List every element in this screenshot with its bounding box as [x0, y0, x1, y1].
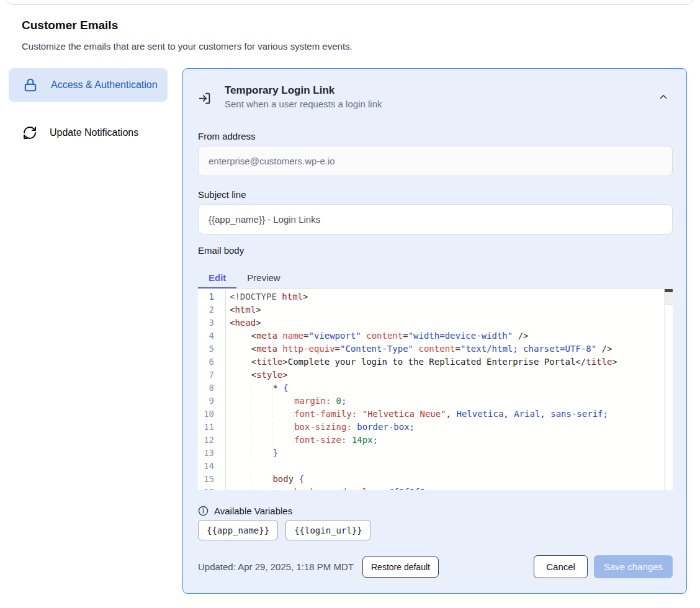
- sidebar-item-label: Update Notifications: [50, 125, 138, 140]
- panel-subtitle: Sent when a user requests a login link: [225, 97, 382, 111]
- customer-emails-page: Customer Emails Customize the emails tha…: [0, 0, 700, 608]
- tab-edit[interactable]: Edit: [198, 267, 236, 288]
- page-title: Customer Emails: [22, 19, 118, 32]
- save-changes-button[interactable]: Save changes: [594, 555, 673, 578]
- code-editor-lines[interactable]: 1<!DOCTYPE html>2<html>3<head>4 <meta na…: [198, 288, 673, 490]
- subject-line-label: Subject line: [198, 189, 671, 203]
- sidebar-item-access-authentication[interactable]: Access & Authentication: [9, 68, 168, 102]
- available-variables-row: Available Variables: [198, 504, 671, 517]
- line-number: 6: [198, 355, 226, 369]
- code-line[interactable]: 11 box-sizing: border-box;: [198, 421, 673, 434]
- from-address-input[interactable]: [198, 146, 673, 176]
- tab-preview[interactable]: Preview: [236, 267, 290, 288]
- line-number: 5: [198, 342, 226, 355]
- panel-footer: Updated: Apr 29, 2025, 1:18 PM MDT Resto…: [198, 555, 673, 578]
- code-line[interactable]: 13 }: [198, 447, 673, 460]
- code-line[interactable]: 7 <style>: [198, 369, 673, 382]
- line-number: 15: [198, 473, 226, 486]
- refresh-icon: [22, 125, 37, 140]
- variable-chip-app-name[interactable]: {{app_name}}: [198, 520, 278, 540]
- sidebar-item-update-notifications[interactable]: Update Notifications: [9, 117, 168, 149]
- variable-chip-login-url[interactable]: {{login_url}}: [285, 520, 371, 540]
- email-body-label: Email body: [198, 245, 671, 259]
- variable-chips: {{app_name}} {{login_url}}: [198, 520, 671, 540]
- code-line[interactable]: 1<!DOCTYPE html>: [198, 290, 673, 303]
- updated-timestamp: Updated: Apr 29, 2025, 1:18 PM MDT: [198, 561, 354, 572]
- cancel-button[interactable]: Cancel: [534, 555, 588, 578]
- code-line[interactable]: 14: [198, 460, 673, 473]
- line-number: 4: [198, 329, 226, 342]
- code-line[interactable]: 8 * {: [198, 382, 673, 395]
- email-types-sidebar: Access & Authentication Update Notificat…: [9, 68, 168, 149]
- panel-header: Temporary Login Link Sent when a user re…: [198, 84, 671, 111]
- page-subtitle: Customize the emails that are sent to yo…: [22, 41, 352, 51]
- code-line[interactable]: 3<head>: [198, 316, 673, 329]
- temporary-login-link-panel: Temporary Login Link Sent when a user re…: [182, 68, 687, 594]
- line-number: 11: [198, 421, 226, 434]
- chevron-up-icon: [658, 91, 669, 104]
- login-icon: [198, 92, 211, 105]
- sidebar-item-label: Access & Authentication: [51, 78, 158, 92]
- code-editor[interactable]: 1<!DOCTYPE html>2<html>3<head>4 <meta na…: [198, 288, 673, 490]
- panel-header-text: Temporary Login Link Sent when a user re…: [225, 84, 382, 111]
- line-number: 3: [198, 316, 226, 329]
- lock-icon: [22, 77, 38, 93]
- code-line[interactable]: 10 font-family: "Helvetica Neue", Helvet…: [198, 408, 673, 421]
- editor-scrollbar[interactable]: [664, 288, 673, 490]
- code-line[interactable]: 16 background-color: #f6f6f6;: [198, 486, 673, 490]
- panel-title: Temporary Login Link: [225, 84, 382, 97]
- line-number: 8: [198, 382, 226, 395]
- from-address-label: From address: [198, 131, 671, 145]
- line-number: 16: [198, 486, 226, 490]
- line-number: 10: [198, 408, 226, 421]
- code-line[interactable]: 15 body {: [198, 473, 673, 486]
- code-line[interactable]: 12 font-size: 14px;: [198, 434, 673, 447]
- info-icon: [198, 506, 209, 516]
- code-line[interactable]: 5 <meta http-equiv="Content-Type" conten…: [198, 342, 673, 355]
- code-line[interactable]: 4 <meta name="viewport" content="width=d…: [198, 329, 673, 342]
- code-line[interactable]: 2<html>: [198, 303, 673, 316]
- line-number: 1: [198, 290, 226, 303]
- email-body-tabs: Edit Preview: [198, 267, 673, 288]
- code-line[interactable]: 9 margin: 0;: [198, 395, 673, 408]
- line-number: 13: [198, 447, 226, 460]
- editor-scrollbar-corner: [665, 292, 673, 305]
- subject-line-input[interactable]: [198, 204, 673, 235]
- code-line[interactable]: 6 <title>Complete your login to the Repl…: [198, 355, 673, 369]
- previous-card-edge: [6, 0, 693, 5]
- line-number: 2: [198, 303, 226, 316]
- restore-default-button[interactable]: Restore default: [362, 557, 439, 578]
- line-number: 12: [198, 434, 226, 447]
- line-number: 7: [198, 369, 226, 382]
- line-number: 14: [198, 460, 226, 473]
- collapse-button[interactable]: [655, 89, 671, 107]
- line-number: 9: [198, 395, 226, 408]
- available-variables-label: Available Variables: [214, 506, 292, 516]
